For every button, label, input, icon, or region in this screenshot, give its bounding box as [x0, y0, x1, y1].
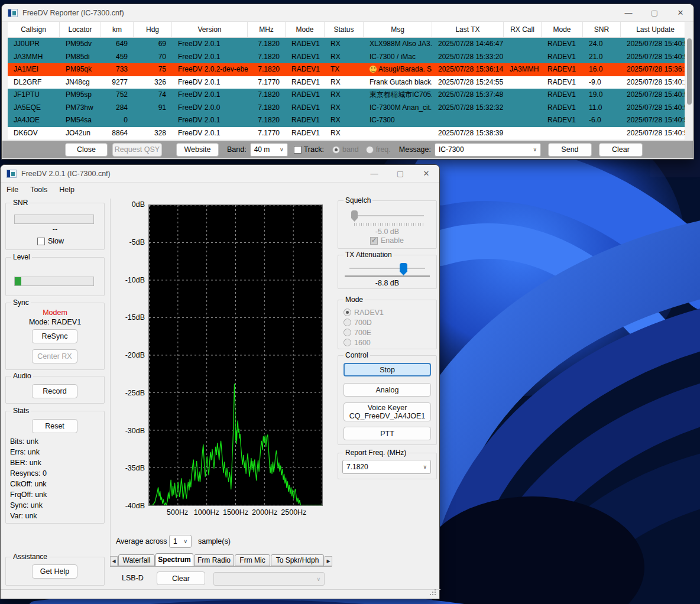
maximize-icon[interactable]: ▢	[641, 4, 667, 21]
send-button[interactable]: Send	[548, 143, 592, 157]
close-icon[interactable]: ✕	[667, 4, 693, 21]
bottom-clear-button[interactable]: Clear	[157, 571, 205, 585]
column-header-version[interactable]: Version	[172, 22, 248, 37]
tab-to-spkr-hdph[interactable]: To Spkr/Hdph	[271, 554, 324, 566]
table-row[interactable]: JF1PTUPM95sp75274FreeDV 2.0.17.1820RADEV…	[8, 89, 691, 102]
mode-group-label: Mode	[343, 295, 365, 304]
table-row[interactable]: JA4JOEPM54sa0FreeDV 2.0.17.1820RADEV1RXI…	[8, 114, 691, 127]
track-checkbox[interactable]	[294, 146, 302, 154]
message-combobox[interactable]: IC-7300 ∨	[435, 143, 541, 157]
snr-slow-checkbox[interactable]	[37, 238, 45, 245]
maximize-icon[interactable]: ▢	[387, 165, 413, 182]
stop-button[interactable]: Stop	[343, 363, 431, 376]
scrollbar-thumb[interactable]	[687, 38, 692, 105]
tab-scroll-right-icon[interactable]: ▶	[325, 556, 332, 566]
mode-radio-radev1[interactable]	[343, 309, 351, 316]
average-select[interactable]: 1 ∨	[169, 535, 192, 548]
tab-spectrum[interactable]: Spectrum	[155, 553, 193, 566]
reporter-table-body: JJ0UPRPM95dv64969FreeDV 2.0.17.1820RADEV…	[8, 38, 691, 139]
analog-button[interactable]: Analog	[343, 383, 431, 397]
track-band-radio[interactable]	[332, 146, 340, 154]
cell-km: 649	[101, 38, 134, 51]
column-header-km[interactable]: km	[101, 22, 134, 37]
tab-waterfall[interactable]: Waterfall	[118, 554, 155, 566]
menu-tools[interactable]: Tools	[24, 186, 53, 194]
tab-scroll-left-icon[interactable]: ◀	[110, 556, 118, 566]
message-label: Message:	[399, 145, 431, 154]
cell-rx_call	[504, 114, 542, 127]
column-header-callsign[interactable]: Callsign	[8, 22, 60, 37]
website-button[interactable]: Website	[176, 143, 219, 157]
band-select[interactable]: 40 m ∨	[250, 143, 288, 157]
freedv-main-window: FreeDV 2.0.1 (IC-7300.cnf) — ▢ ✕ File To…	[0, 164, 440, 599]
mode-radio-700d[interactable]	[343, 319, 351, 326]
table-row[interactable]: DL2GRFJN48cg9277326FreeDV 2.0.17.1770RAD…	[8, 76, 691, 89]
reporter-titlebar[interactable]: FreeDV Reporter (IC-7300.cnf) — ▢ ✕	[2, 4, 693, 22]
column-header-last_tx[interactable]: Last TX	[432, 22, 504, 37]
resize-grip-icon[interactable]	[429, 588, 436, 595]
close-icon[interactable]: ✕	[413, 165, 439, 182]
minimize-icon[interactable]: —	[615, 4, 641, 21]
clear-button[interactable]: Clear	[599, 143, 643, 157]
squelch-enable-checkbox[interactable]	[370, 237, 378, 245]
reporter-window-title: FreeDV Reporter (IC-7300.cnf)	[22, 9, 124, 17]
stat-line: Sync: unk	[10, 501, 100, 512]
column-header-status[interactable]: Status	[325, 22, 364, 37]
center-rx-button[interactable]: Center RX	[32, 349, 77, 363]
cell-snr: -9.0	[583, 76, 621, 89]
cell-snr: 21.0	[583, 51, 621, 64]
column-header-hdg[interactable]: Hdg	[134, 22, 172, 37]
minimize-icon[interactable]: —	[361, 165, 387, 182]
cell-last_tx: 2025/07/28 15:37:48	[432, 89, 504, 102]
cell-km: 284	[101, 102, 134, 115]
reset-button[interactable]: Reset	[32, 419, 77, 433]
snr-group-label: SNR	[11, 199, 30, 207]
table-row[interactable]: JA5EQEPM73hw28491FreeDV 2.0.07.1820RADEV…	[8, 102, 691, 115]
tab-frm-radio[interactable]: Frm Radio	[194, 554, 234, 566]
squelch-slider[interactable]	[353, 215, 424, 216]
mode-radio-1600[interactable]	[343, 339, 351, 346]
column-header-mhz[interactable]: MHz	[248, 22, 286, 37]
menu-file[interactable]: File	[1, 186, 24, 194]
mode-radio-700e[interactable]	[343, 329, 351, 336]
cell-locator: PM73hw	[60, 102, 101, 115]
column-header-rx_call[interactable]: RX Call	[504, 22, 542, 37]
table-row[interactable]: JA3MMHPM85di45970FreeDV 2.0.17.1820RADEV…	[8, 51, 691, 64]
main-titlebar[interactable]: FreeDV 2.0.1 (IC-7300.cnf) — ▢ ✕	[1, 165, 439, 183]
column-header-msg[interactable]: Msg	[364, 22, 432, 37]
column-header-locator[interactable]: Locator	[60, 22, 101, 37]
table-row[interactable]: JJ0UPRPM95dv64969FreeDV 2.0.17.1820RADEV…	[8, 38, 691, 51]
cell-km: 8864	[101, 127, 134, 140]
close-button[interactable]: Close	[65, 143, 108, 157]
record-button[interactable]: Record	[32, 384, 77, 398]
squelch-value: -5.0 dB	[338, 228, 437, 236]
cell-version: FreeDV 2.0.1	[172, 127, 248, 140]
cell-rx_call: JA3MMH	[504, 63, 542, 76]
get-help-button[interactable]: Get Help	[32, 564, 77, 579]
table-row[interactable]: DK6OVJO42un8864328FreeDV 2.0.17.1770RADE…	[8, 127, 691, 140]
table-row[interactable]: JA1MEIPM95qk73375FreeDV 2.0.2-dev-ebefb7…	[8, 63, 691, 76]
cell-version: FreeDV 2.0.1	[172, 89, 248, 102]
track-freq-radio[interactable]	[366, 146, 374, 154]
column-header-snr[interactable]: SNR	[583, 22, 621, 37]
table-scrollbar[interactable]	[685, 22, 693, 143]
report-freq-combobox[interactable]: 7.1820 ∨	[342, 460, 431, 474]
cell-last_tx: 2025/07/28 15:32:32	[432, 102, 504, 115]
bottom-combobox[interactable]: ∨	[213, 572, 325, 586]
tab-frm-mic[interactable]: Frm Mic	[235, 554, 270, 566]
resync-button[interactable]: ReSync	[32, 329, 77, 343]
y-tick-label: -25dB	[111, 389, 145, 397]
tx-attenuation-slider[interactable]	[349, 268, 425, 269]
cell-last_update: 2025/07/28 15:40:58	[621, 38, 691, 51]
menu-help[interactable]: Help	[53, 186, 80, 194]
column-header-last_update[interactable]: Last Update	[621, 22, 691, 37]
ptt-button[interactable]: PTT	[343, 427, 431, 440]
column-header-mode[interactable]: Mode	[286, 22, 325, 37]
request-qsy-button[interactable]: Request QSY	[112, 143, 162, 157]
voice-keyer-button[interactable]: Voice Keyer CQ_FreeDV_JA4JOE1	[343, 402, 431, 421]
column-header-rx_mode[interactable]: Mode	[542, 22, 583, 37]
sideband-label: LSB-D	[122, 574, 144, 582]
snr-gauge	[14, 215, 94, 224]
cell-status: RX	[325, 114, 364, 127]
cell-rx_call	[504, 38, 542, 51]
